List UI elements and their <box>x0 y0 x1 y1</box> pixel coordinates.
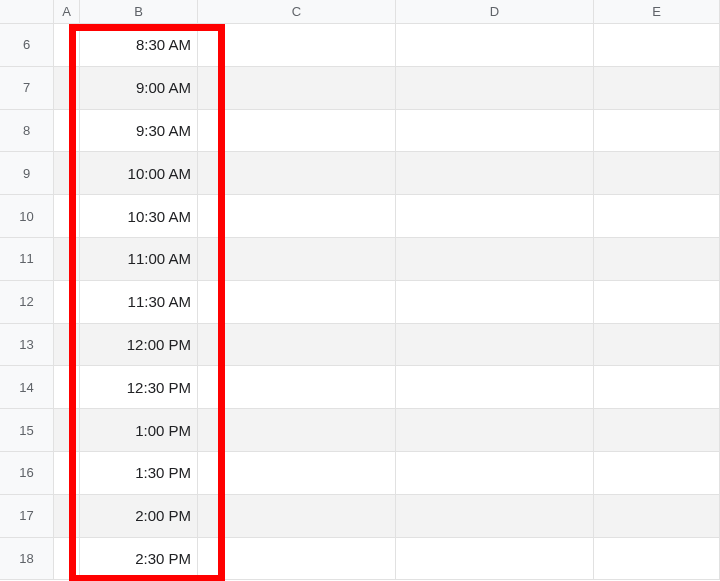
cell-C9[interactable] <box>198 152 396 195</box>
cell-A7[interactable] <box>54 67 80 110</box>
cell-C14[interactable] <box>198 366 396 409</box>
cell-E9[interactable] <box>594 152 720 195</box>
cell-D14[interactable] <box>396 366 594 409</box>
cell-E16[interactable] <box>594 452 720 495</box>
cell-D15[interactable] <box>396 409 594 452</box>
table-row: 1111:00 AM <box>0 238 720 281</box>
cell-C11[interactable] <box>198 238 396 281</box>
row-header-8[interactable]: 8 <box>0 110 54 153</box>
grid-body: 68:30 AM79:00 AM89:30 AM910:00 AM1010:30… <box>0 24 720 580</box>
cell-C12[interactable] <box>198 281 396 324</box>
cell-C7[interactable] <box>198 67 396 110</box>
cell-C17[interactable] <box>198 495 396 538</box>
cell-B16[interactable]: 1:30 PM <box>80 452 198 495</box>
cell-A12[interactable] <box>54 281 80 324</box>
column-header-D[interactable]: D <box>396 0 594 24</box>
table-row: 1211:30 AM <box>0 281 720 324</box>
table-row: 68:30 AM <box>0 24 720 67</box>
cell-D18[interactable] <box>396 538 594 581</box>
cell-C16[interactable] <box>198 452 396 495</box>
cell-B17[interactable]: 2:00 PM <box>80 495 198 538</box>
cell-B14[interactable]: 12:30 PM <box>80 366 198 409</box>
table-row: 1312:00 PM <box>0 324 720 367</box>
cell-E6[interactable] <box>594 24 720 67</box>
table-row: 182:30 PM <box>0 538 720 581</box>
table-row: 172:00 PM <box>0 495 720 538</box>
cell-C15[interactable] <box>198 409 396 452</box>
cell-E8[interactable] <box>594 110 720 153</box>
table-row: 910:00 AM <box>0 152 720 195</box>
cell-E12[interactable] <box>594 281 720 324</box>
cell-D13[interactable] <box>396 324 594 367</box>
cell-B11[interactable]: 11:00 AM <box>80 238 198 281</box>
cell-E15[interactable] <box>594 409 720 452</box>
cell-B13[interactable]: 12:00 PM <box>80 324 198 367</box>
table-row: 151:00 PM <box>0 409 720 452</box>
cell-C8[interactable] <box>198 110 396 153</box>
cell-B18[interactable]: 2:30 PM <box>80 538 198 581</box>
cell-A6[interactable] <box>54 24 80 67</box>
cell-D12[interactable] <box>396 281 594 324</box>
cell-E11[interactable] <box>594 238 720 281</box>
row-header-7[interactable]: 7 <box>0 67 54 110</box>
cell-D16[interactable] <box>396 452 594 495</box>
cell-B6[interactable]: 8:30 AM <box>80 24 198 67</box>
cell-A8[interactable] <box>54 110 80 153</box>
cell-D17[interactable] <box>396 495 594 538</box>
cell-E7[interactable] <box>594 67 720 110</box>
cell-A15[interactable] <box>54 409 80 452</box>
row-header-13[interactable]: 13 <box>0 324 54 367</box>
cell-D9[interactable] <box>396 152 594 195</box>
select-all-corner[interactable] <box>0 0 54 24</box>
cell-A10[interactable] <box>54 195 80 238</box>
row-header-14[interactable]: 14 <box>0 366 54 409</box>
table-row: 1412:30 PM <box>0 366 720 409</box>
column-header-A[interactable]: A <box>54 0 80 24</box>
row-header-15[interactable]: 15 <box>0 409 54 452</box>
column-header-row: ABCDE <box>0 0 720 24</box>
row-header-6[interactable]: 6 <box>0 24 54 67</box>
row-header-9[interactable]: 9 <box>0 152 54 195</box>
cell-C10[interactable] <box>198 195 396 238</box>
cell-D7[interactable] <box>396 67 594 110</box>
row-header-18[interactable]: 18 <box>0 538 54 581</box>
column-header-C[interactable]: C <box>198 0 396 24</box>
spreadsheet-viewport: ABCDE 68:30 AM79:00 AM89:30 AM910:00 AM1… <box>0 0 720 581</box>
cell-B9[interactable]: 10:00 AM <box>80 152 198 195</box>
cell-D8[interactable] <box>396 110 594 153</box>
column-header-B[interactable]: B <box>80 0 198 24</box>
cell-A14[interactable] <box>54 366 80 409</box>
table-row: 161:30 PM <box>0 452 720 495</box>
cell-C13[interactable] <box>198 324 396 367</box>
cell-E10[interactable] <box>594 195 720 238</box>
cell-B12[interactable]: 11:30 AM <box>80 281 198 324</box>
cell-C18[interactable] <box>198 538 396 581</box>
cell-E17[interactable] <box>594 495 720 538</box>
cell-A17[interactable] <box>54 495 80 538</box>
table-row: 1010:30 AM <box>0 195 720 238</box>
cell-B10[interactable]: 10:30 AM <box>80 195 198 238</box>
table-row: 89:30 AM <box>0 110 720 153</box>
cell-A18[interactable] <box>54 538 80 581</box>
cell-B7[interactable]: 9:00 AM <box>80 67 198 110</box>
cell-E18[interactable] <box>594 538 720 581</box>
cell-E14[interactable] <box>594 366 720 409</box>
cell-A9[interactable] <box>54 152 80 195</box>
row-header-10[interactable]: 10 <box>0 195 54 238</box>
cell-A16[interactable] <box>54 452 80 495</box>
row-header-16[interactable]: 16 <box>0 452 54 495</box>
cell-B8[interactable]: 9:30 AM <box>80 110 198 153</box>
row-header-17[interactable]: 17 <box>0 495 54 538</box>
cell-D6[interactable] <box>396 24 594 67</box>
column-header-E[interactable]: E <box>594 0 720 24</box>
row-header-12[interactable]: 12 <box>0 281 54 324</box>
row-header-11[interactable]: 11 <box>0 238 54 281</box>
cell-D10[interactable] <box>396 195 594 238</box>
cell-E13[interactable] <box>594 324 720 367</box>
cell-A13[interactable] <box>54 324 80 367</box>
table-row: 79:00 AM <box>0 67 720 110</box>
cell-D11[interactable] <box>396 238 594 281</box>
cell-C6[interactable] <box>198 24 396 67</box>
cell-B15[interactable]: 1:00 PM <box>80 409 198 452</box>
cell-A11[interactable] <box>54 238 80 281</box>
